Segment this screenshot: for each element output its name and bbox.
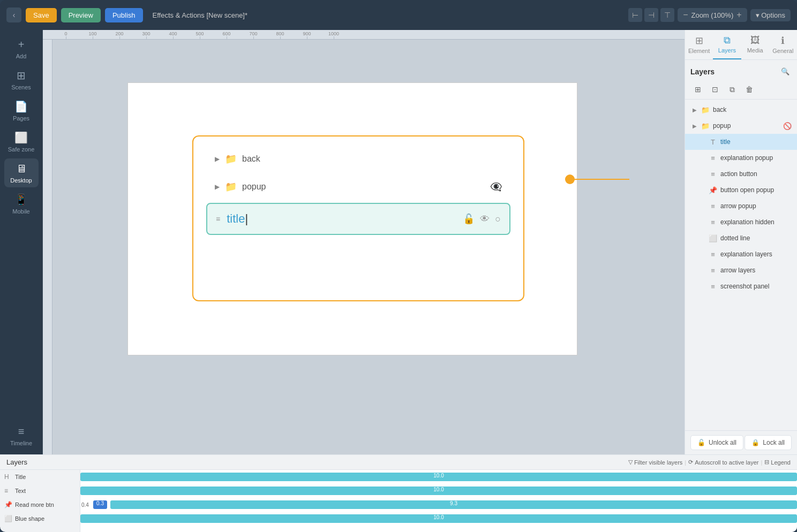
right-panel-tabs: ⊞ Element ⧉ Layers 🖼 Media ℹ General xyxy=(685,30,797,60)
timeline-bar-title[interactable]: 10.0 xyxy=(80,473,797,481)
title-bar: ‹ Save Preview Publish Effects & Actions… xyxy=(0,0,797,30)
media-tab-icon: 🖼 xyxy=(750,35,760,46)
timeline-bar-blue-shape[interactable]: 10.0 xyxy=(80,514,797,523)
timeline-row-title: H Title xyxy=(0,470,80,484)
sidebar-item-add[interactable]: + Add xyxy=(4,34,39,63)
bar-offset-label: 0.4 xyxy=(81,502,89,508)
layer-item-button-open-popup[interactable]: 📌 button open popup xyxy=(685,182,797,198)
zoom-out-button[interactable]: − xyxy=(682,10,689,20)
ruler-tick: 300 xyxy=(133,31,160,40)
layer-item-action-button[interactable]: ≡ action button xyxy=(685,166,797,182)
legend-label: Legend xyxy=(771,459,791,466)
unlock-all-label: Unlock all xyxy=(709,439,736,446)
lines-icon: ≡ xyxy=(709,154,717,162)
timeline-bar-row-title: 10.0 xyxy=(80,470,797,484)
folder-icon-back: 📁 xyxy=(225,153,237,165)
options-button[interactable]: ▾ Options xyxy=(750,9,791,21)
sidebar-item-timeline[interactable]: ≡ Timeline xyxy=(4,421,39,450)
circle-icon[interactable]: ○ xyxy=(495,214,501,225)
ruler-vertical xyxy=(43,40,52,454)
zoom-in-button[interactable]: + xyxy=(735,10,742,20)
expand-arrow-popup[interactable]: ▶ xyxy=(215,183,220,191)
popup-frame[interactable]: ▶ 📁 back ▶ 📁 popup 👁‍🗨 xyxy=(192,135,524,301)
layer-item-explanation-layers[interactable]: ≡ explanation layers xyxy=(685,246,797,262)
sidebar-item-mobile[interactable]: 📱 Mobile xyxy=(4,189,39,218)
canvas-page[interactable]: ▶ 📁 back ▶ 📁 popup 👁‍🗨 xyxy=(127,82,577,355)
lines-icon: ≡ xyxy=(216,215,220,223)
lock-all-button[interactable]: 🔒 Lock all xyxy=(745,435,792,450)
autoscroll-toggle[interactable]: ⟳ Autoscroll to active layer xyxy=(688,459,758,466)
ruler-tick: 200 xyxy=(106,31,133,40)
preview-button[interactable]: Preview xyxy=(61,8,101,22)
tab-layers[interactable]: ⧉ Layers xyxy=(713,30,741,59)
visibility-hidden-icon[interactable]: 👁‍🗨 xyxy=(490,181,502,193)
layer-item-explanation-hidden[interactable]: ≡ explanation hidden xyxy=(685,214,797,230)
layer-item-back[interactable]: ▶ 📁 back xyxy=(685,102,797,118)
layer-item-screenshot-panel[interactable]: ≡ screenshot panel xyxy=(685,278,797,294)
rect-icon: ⬜ xyxy=(709,234,717,242)
tab-media-label: Media xyxy=(747,47,763,54)
ruler-tick: 1000 xyxy=(320,31,347,40)
layer-item-arrow-popup[interactable]: ≡ arrow popup xyxy=(685,198,797,214)
visibility-hidden-icon[interactable]: 🚫 xyxy=(783,122,792,130)
filter-visible-layers[interactable]: ▽ Filter visible layers xyxy=(628,459,682,466)
back-navigation-button[interactable]: ‹ xyxy=(6,7,21,22)
eye-icon[interactable]: 👁 xyxy=(480,214,490,225)
layer-tool-grid[interactable]: ⊞ xyxy=(690,82,705,97)
timeline-panel: Layers ▽ Filter visible layers | ⟳ Autos… xyxy=(0,454,797,532)
layer-item-title[interactable]: T title xyxy=(685,134,797,150)
canvas-layer-popup[interactable]: ▶ 📁 popup 👁‍🗨 xyxy=(206,173,510,201)
layer-tool-delete[interactable]: 🗑 xyxy=(742,82,757,97)
expand-arrow[interactable]: ▶ xyxy=(693,123,698,129)
timeline-bars: 10.0 10.0 0.4 0.3 9.3 xyxy=(80,470,797,532)
layer-name-explanation-popup: explanation popup xyxy=(720,154,792,162)
align-left-button[interactable]: ⊢ xyxy=(628,8,642,22)
layer-name-arrow-popup: arrow popup xyxy=(720,202,792,210)
timeline-header-label: Layers xyxy=(6,458,27,466)
layer-tool-copy[interactable]: ⧉ xyxy=(725,82,740,97)
unlock-all-button[interactable]: 🔓 Unlock all xyxy=(690,435,743,450)
general-tab-icon: ℹ xyxy=(781,35,785,47)
sidebar-item-safezone[interactable]: ⬜ Safe zone xyxy=(4,127,39,156)
legend-toggle[interactable]: ⊟ Legend xyxy=(764,459,791,466)
timeline-bar-text[interactable]: 10.0 xyxy=(80,487,797,495)
sidebar-item-desktop[interactable]: 🖥 Desktop xyxy=(4,158,39,187)
sidebar-item-pages[interactable]: 📄 Pages xyxy=(4,96,39,125)
bar-value-read-more-main: 9.3 xyxy=(450,500,457,506)
ruler-tick: 700 xyxy=(240,31,267,40)
timeline-label-title: Title xyxy=(15,474,26,480)
layer-tool-frame[interactable]: ⊡ xyxy=(708,82,723,97)
timeline-row-read-more: 📌 Read more btn xyxy=(0,498,80,512)
layer-item-arrow-layers[interactable]: ≡ arrow layers xyxy=(685,262,797,278)
layer-item-popup[interactable]: ▶ 📁 popup 🚫 xyxy=(685,118,797,134)
layers-search-icon[interactable]: 🔍 xyxy=(779,65,792,78)
folder-icon-popup: 📁 xyxy=(225,181,237,193)
separator2: | xyxy=(761,459,762,466)
lock-icon[interactable]: 🔓 xyxy=(463,213,475,225)
align-center-button[interactable]: ⊣ xyxy=(644,8,658,22)
canvas-layer-title-selected[interactable]: ≡ title| 🔓 👁 ○ xyxy=(206,203,510,235)
align-right-button[interactable]: ⊤ xyxy=(660,8,674,22)
text-cursor: | xyxy=(245,212,248,225)
sidebar-item-scenes[interactable]: ⊞ Scenes xyxy=(4,65,39,94)
tab-general[interactable]: ℹ General xyxy=(769,30,797,59)
publish-button[interactable]: Publish xyxy=(105,8,143,22)
canvas-area[interactable]: 0 100 200 300 400 500 600 700 800 900 10… xyxy=(43,30,685,454)
ruler-horizontal: 0 100 200 300 400 500 600 700 800 900 10… xyxy=(43,30,685,40)
expand-arrow-back[interactable]: ▶ xyxy=(215,155,220,163)
save-button[interactable]: Save xyxy=(26,8,57,22)
timeline-bar-read-more-main[interactable]: 9.3 xyxy=(110,500,797,509)
tab-media[interactable]: 🖼 Media xyxy=(741,30,769,59)
add-icon: + xyxy=(18,39,25,51)
text-icon: T xyxy=(709,138,717,146)
layer-item-explanation-popup[interactable]: ≡ explanation popup xyxy=(685,150,797,166)
timeline-bar-read-more-small[interactable]: 0.3 xyxy=(93,500,107,509)
canvas-layer-back[interactable]: ▶ 📁 back xyxy=(206,145,510,173)
layer-item-dotted-line[interactable]: ⬜ dotted line xyxy=(685,230,797,246)
ruler-tick: 800 xyxy=(267,31,294,40)
zoom-label: Zoom (100%) xyxy=(691,11,733,19)
title-text-label[interactable]: title| xyxy=(227,212,456,226)
tab-element[interactable]: ⊞ Element xyxy=(685,30,713,59)
expand-arrow[interactable]: ▶ xyxy=(693,107,698,113)
layer-label-back: back xyxy=(242,154,260,164)
